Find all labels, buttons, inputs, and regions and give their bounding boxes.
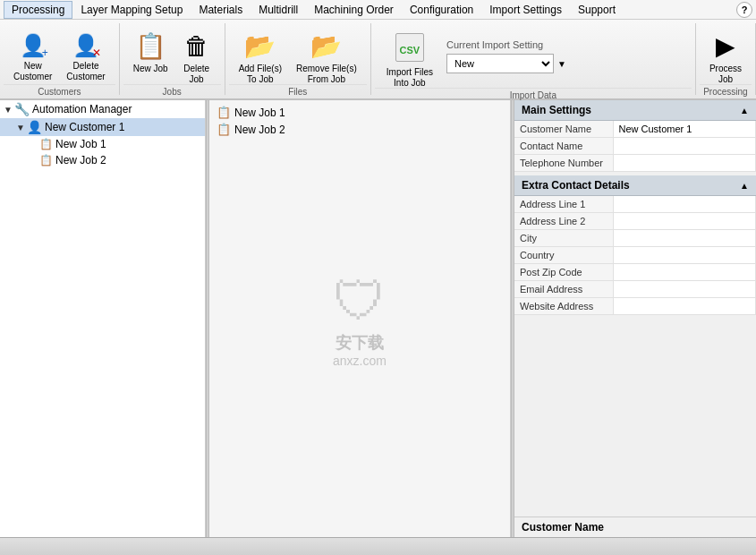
new-customer-icon: 👤+ [20,31,47,59]
add-files-button[interactable]: 📂 Add File(s) To Job [233,27,288,82]
table-row: Contact Name [514,138,756,155]
menu-tab-support[interactable]: Support [570,1,624,19]
menu-tab-layer-mapping[interactable]: Layer Mapping Setup [72,1,191,19]
file-job-1-label: New Job 1 [234,107,285,119]
address2-label: Address Line 2 [514,213,613,230]
bottom-name-label: Customer Name [514,517,756,537]
ribbon: 👤+ New Customer 👤✕ Delete Customer Custo… [0,20,756,100]
file-job-1-icon: 📋 [217,106,231,119]
tree-item-automation-manager[interactable]: ▼ 🔧 Automation Manager [0,100,205,118]
expand-icon: ▼ [4,105,14,115]
country-label: Country [514,247,613,264]
delete-customer-label: Delete Customer [66,61,105,82]
table-row: Address Line 1 [514,196,756,213]
customers-buttons: 👤+ New Customer 👤✕ Delete Customer [4,25,115,84]
address2-value[interactable] [613,213,756,230]
contact-name-value[interactable] [613,138,756,155]
email-value[interactable] [613,281,756,298]
jobs-group-label: Jobs [123,84,221,98]
menu-bar: ProcessingLayer Mapping SetupMaterialsMu… [0,0,756,20]
watermark: 🛡 安下载 anxz.com [333,270,386,368]
remove-files-button[interactable]: 📂 Remove File(s) From Job [290,27,363,82]
dropdown-arrow-icon: ▼ [557,59,566,69]
file-job-2-icon: 📋 [217,123,231,136]
extra-contact-header[interactable]: Extra Contact Details ▲ [514,175,756,196]
process-job-icon: ▶ [716,31,735,62]
files-buttons: 📂 Add File(s) To Job 📂 Remove File(s) Fr… [229,25,367,84]
delete-job-button[interactable]: 🗑 Delete Job [176,27,217,82]
website-label: Website Address [514,298,613,315]
file-item-job-2[interactable]: 📋 New Job 2 [213,121,506,138]
import-settings-container: Current Import Setting New ▼ [446,39,566,73]
customer-name-value[interactable]: New Customer 1 [613,121,756,138]
import-data-content: CSV Import Files Into Job Current Import… [375,25,692,88]
table-row: Post Zip Code [514,264,756,281]
file-item-job-1[interactable]: 📋 New Job 1 [213,104,506,121]
extra-contact-title: Extra Contact Details [522,179,630,192]
help-button[interactable]: ? [736,2,752,18]
tree-item-job-2[interactable]: 📋 New Job 2 [0,152,205,168]
tree-panel: ▼ 🔧 Automation Manager ▼ 👤 New Customer … [0,100,206,537]
job-2-icon: 📋 [39,154,53,166]
table-row: Country [514,247,756,264]
address1-value[interactable] [613,196,756,213]
table-row: Website Address [514,298,756,315]
address1-label: Address Line 1 [514,196,613,213]
watermark-icon: 🛡 [333,270,386,332]
status-bar [0,537,756,555]
menu-tab-materials[interactable]: Materials [191,1,251,19]
menu-tab-configuration[interactable]: Configuration [402,1,481,19]
main-settings-table: Customer Name New Customer 1 Contact Nam… [514,121,756,172]
postzip-value[interactable] [613,264,756,281]
extra-contact-table: Address Line 1 Address Line 2 City Count… [514,196,756,315]
new-customer-button[interactable]: 👤+ New Customer [7,27,58,82]
ribbon-group-files: 📂 Add File(s) To Job 📂 Remove File(s) Fr… [225,23,371,95]
import-dropdown-row: New ▼ [446,54,566,73]
delete-customer-button[interactable]: 👤✕ Delete Customer [60,27,111,82]
telephone-label: Telephone Number [514,155,613,172]
tree-item-job-1[interactable]: 📋 New Job 1 [0,136,205,152]
email-label: Email Address [514,281,613,298]
import-files-button[interactable]: CSV Import Files Into Job [380,29,439,84]
files-group-label: Files [229,84,367,98]
customers-group-label: Customers [4,84,115,98]
menu-tab-import-settings[interactable]: Import Settings [481,1,570,19]
current-import-label: Current Import Setting [446,39,566,50]
menu-tab-processing[interactable]: Processing [4,1,72,19]
contact-name-label: Contact Name [514,138,613,155]
job-1-label: New Job 1 [55,138,106,150]
menu-tab-machining-order[interactable]: Machining Order [306,1,402,19]
main-settings-header[interactable]: Main Settings ▲ [514,100,756,121]
delete-job-icon: 🗑 [184,31,209,62]
website-value[interactable] [613,298,756,315]
country-value[interactable] [613,247,756,264]
menu-tabs: ProcessingLayer Mapping SetupMaterialsMu… [4,1,624,19]
customer-1-icon: 👤 [27,120,42,134]
processing-buttons: ▶ Process Job [700,25,752,84]
process-job-button[interactable]: ▶ Process Job [703,27,748,82]
new-customer-label: New Customer [13,61,52,82]
table-row: Customer Name New Customer 1 [514,121,756,138]
processing-group-label: Processing [700,84,752,98]
import-settings-dropdown[interactable]: New [446,54,554,73]
ribbon-group-jobs: 📋 New Job 🗑 Delete Job Jobs [120,23,225,95]
automation-manager-label: Automation Manager [32,103,132,115]
ribbon-group-import-data: CSV Import Files Into Job Current Import… [371,23,696,95]
new-job-icon: 📋 [135,31,166,62]
postzip-label: Post Zip Code [514,264,613,281]
add-files-label: Add File(s) To Job [239,64,282,85]
table-row: Telephone Number [514,155,756,172]
new-job-button[interactable]: 📋 New Job [127,27,174,82]
city-label: City [514,230,613,247]
watermark-text: 安下载 [333,332,386,354]
telephone-value[interactable] [613,155,756,172]
menu-tab-multidrill[interactable]: Multidrill [251,1,306,19]
table-row: Address Line 2 [514,213,756,230]
customer-name-label: Customer Name [514,121,613,138]
properties-panel: Main Settings ▲ Customer Name New Custom… [514,100,756,537]
tree-item-customer-1[interactable]: ▼ 👤 New Customer 1 [0,118,205,136]
job-1-icon: 📋 [39,138,53,150]
main-content: ▼ 🔧 Automation Manager ▼ 👤 New Customer … [0,100,756,537]
watermark-sub: anxz.com [333,354,386,368]
city-value[interactable] [613,230,756,247]
